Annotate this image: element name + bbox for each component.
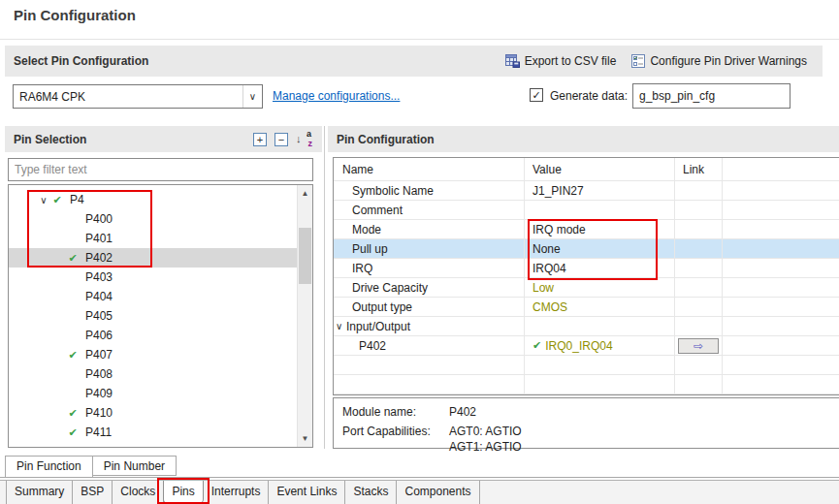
- separator: [0, 39, 839, 40]
- pin-filter-input[interactable]: [8, 158, 313, 181]
- value-cell[interactable]: ✔ IRQ04: [525, 259, 675, 277]
- value-cell[interactable]: ✔ IRQ0_IRQ04: [525, 336, 675, 355]
- value-cell[interactable]: ✔ CMOS: [525, 298, 675, 316]
- sort-az-icon[interactable]: ↓ a z: [296, 132, 312, 146]
- tab-pin-number[interactable]: Pin Number: [93, 456, 177, 476]
- tree-item-label: P411: [81, 425, 112, 439]
- table-row-input-output[interactable]: ∨ Input/Output ✔ ⇨: [334, 317, 839, 336]
- collapse-all-icon[interactable]: −: [274, 133, 288, 146]
- tree-item-p4[interactable]: ∨ ✔ P4: [9, 190, 297, 209]
- property-name: Pull up: [334, 242, 388, 256]
- panel-divider[interactable]: [324, 126, 325, 449]
- tab-components[interactable]: Components: [397, 481, 479, 504]
- generate-data-checkbox[interactable]: ✓: [530, 88, 543, 102]
- table-row-drive-capacity[interactable]: ∨ Drive Capacity ✔ Low ⇨: [334, 278, 839, 298]
- column-header-value[interactable]: Value: [525, 158, 675, 180]
- table-row-output-type[interactable]: ∨ Output type ✔ CMOS ⇨: [334, 298, 839, 317]
- value-cell[interactable]: ✔ None: [525, 239, 675, 258]
- pin-selection-tools: + − ↓ a z: [253, 132, 322, 146]
- tab-interrupts[interactable]: Interrupts: [204, 481, 270, 504]
- value-cell[interactable]: ✔: [525, 317, 675, 335]
- configure-warnings-label: Configure Pin Driver Warnings: [650, 54, 807, 68]
- tree-item-p405[interactable]: ∨ ✔ P405: [9, 306, 297, 326]
- select-pin-configuration-header: Select Pin Configuration Export to CSV f…: [5, 46, 823, 77]
- tab-pin-function[interactable]: Pin Function: [5, 456, 93, 478]
- checklist-icon: [631, 54, 645, 68]
- value-check-icon: ✔: [532, 339, 541, 352]
- tree-item-p400[interactable]: ∨ ✔ P400: [9, 209, 297, 229]
- chevron-down-icon[interactable]: ∨: [242, 85, 262, 108]
- table-row-mode[interactable]: ∨ Mode ✔ IRQ mode ⇨: [334, 220, 839, 239]
- table-row-pull-up[interactable]: ∨ Pull up ✔ None ⇨: [334, 239, 839, 259]
- tree-item-label: P402: [81, 251, 113, 265]
- column-header-link[interactable]: Link: [675, 158, 723, 180]
- tree-item-label: P403: [81, 270, 113, 284]
- scrollbar-thumb[interactable]: [299, 228, 311, 284]
- tree-item-p411[interactable]: ∨ ✔ P411: [9, 423, 297, 442]
- table-row-symbolic-name[interactable]: ∨ Symbolic Name ✔ J1_PIN27 ⇨: [334, 181, 839, 201]
- header-actions: Export to CSV file Configure Pin Driver …: [505, 54, 823, 68]
- extra-cell: [723, 201, 839, 219]
- tree-item-p407[interactable]: ∨ ✔ P407: [9, 345, 297, 364]
- sort-arrow-icon: ↓: [296, 133, 302, 144]
- tree-item-p403[interactable]: ∨ ✔ P403: [9, 268, 297, 287]
- tab-clocks[interactable]: Clocks: [113, 481, 164, 504]
- configure-pin-driver-warnings-button[interactable]: Configure Pin Driver Warnings: [631, 54, 807, 68]
- column-header-name[interactable]: Name: [334, 158, 525, 180]
- tree-expander-icon[interactable]: ∨: [38, 195, 49, 205]
- manage-configurations-link[interactable]: Manage configurations...: [273, 89, 400, 103]
- tree-item-label: P401: [81, 232, 113, 245]
- value-cell[interactable]: ✔: [525, 356, 675, 374]
- table-row[interactable]: ∨ ✔ ⇨: [334, 375, 839, 394]
- table-row[interactable]: ∨ ✔ ⇨: [334, 356, 839, 375]
- property-name: Symbolic Name: [334, 184, 434, 198]
- tree-item-p408[interactable]: ∨ ✔ P408: [9, 364, 297, 384]
- value-cell[interactable]: ✔ J1_PIN27: [525, 181, 675, 200]
- tab-event-links[interactable]: Event Links: [269, 481, 345, 504]
- table-row-irq[interactable]: ∨ IRQ ✔ IRQ04 ⇨: [334, 259, 839, 278]
- extra-cell: [723, 317, 839, 335]
- bottom-tab-bar: SummaryBSPClocksPinsInterruptsEvent Link…: [0, 480, 839, 504]
- pin-tree: ∨ ✔ P4 ∨ ✔ P400 ∨ ✔ P401 ∨ ✔ P402 ∨ ✔ P4…: [8, 184, 313, 448]
- tree-scrollbar[interactable]: ▲ ▼: [297, 185, 312, 447]
- tab-pins[interactable]: Pins: [163, 481, 203, 504]
- tree-item-p402[interactable]: ∨ ✔ P402: [9, 248, 297, 268]
- expand-all-icon[interactable]: +: [253, 133, 267, 146]
- tab-summary[interactable]: Summary: [6, 481, 73, 504]
- tab-stacks[interactable]: Stacks: [345, 481, 397, 504]
- value-cell[interactable]: ✔ Low: [525, 278, 675, 297]
- scroll-up-icon[interactable]: ▲: [298, 186, 312, 201]
- tree-item-p406[interactable]: ∨ ✔ P406: [9, 326, 297, 345]
- property-name: Comment: [334, 204, 403, 217]
- separator: [0, 477, 839, 478]
- tree-item-p412[interactable]: ∨ ✔ P412: [9, 442, 297, 448]
- link-arrow-button[interactable]: ⇨: [678, 338, 719, 354]
- name-cell: ∨ IRQ: [334, 259, 525, 277]
- pin-configuration-select-value: RA6M4 CPK: [14, 90, 242, 104]
- pin-configured-check-icon: ✔: [65, 446, 81, 449]
- pin-configuration-select[interactable]: RA6M4 CPK ∨: [13, 84, 263, 109]
- tree-item-p410[interactable]: ∨ ✔ P410: [9, 403, 297, 423]
- scroll-down-icon[interactable]: ▼: [298, 431, 312, 446]
- tree-item-p401[interactable]: ∨ ✔ P401: [9, 229, 297, 248]
- tab-bsp[interactable]: BSP: [73, 481, 113, 504]
- generate-data-input[interactable]: [632, 83, 791, 109]
- export-csv-icon: [505, 54, 520, 68]
- tree-item-p404[interactable]: ∨ ✔ P404: [9, 287, 297, 306]
- right-arrow-icon: ⇨: [694, 340, 703, 352]
- table-row-p402[interactable]: ∨ P402 ✔ IRQ0_IRQ04 ⇨: [334, 336, 839, 356]
- link-cell: ⇨: [675, 220, 723, 238]
- name-cell: ∨ P402: [334, 336, 525, 355]
- tree-item-p409[interactable]: ∨ ✔ P409: [9, 384, 297, 403]
- row-expander-icon[interactable]: ∨: [336, 321, 344, 331]
- property-value: Low: [532, 281, 554, 295]
- value-cell[interactable]: ✔: [525, 201, 675, 219]
- link-cell: ⇨: [675, 317, 723, 335]
- table-row-comment[interactable]: ∨ Comment ✔ ⇨: [334, 201, 839, 220]
- value-cell[interactable]: ✔ IRQ mode: [525, 220, 675, 238]
- name-cell: ∨ Output type: [334, 298, 525, 316]
- value-cell[interactable]: ✔: [525, 375, 675, 394]
- export-csv-button[interactable]: Export to CSV file: [505, 54, 617, 68]
- tree-item-label: P405: [81, 309, 113, 323]
- generate-data-label: Generate data:: [550, 89, 628, 103]
